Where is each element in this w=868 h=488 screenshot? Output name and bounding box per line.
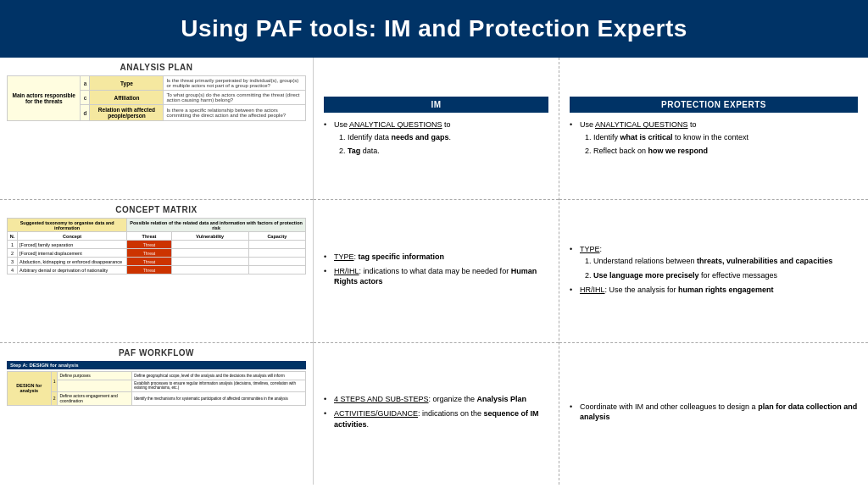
paf-workflow-title: PAF WORKFLOW [7, 348, 306, 358]
table-row: 1 [Forced] family separation Threat [8, 241, 306, 249]
row-d-question: Is there a specific relationship between… [164, 105, 306, 121]
row-d-label: Relation with affected people/person [90, 105, 164, 121]
analysis-plan-title: ANALYSIS PLAN [7, 63, 306, 72]
cm-header-right: Possible relation of the related data an… [127, 219, 306, 232]
cm-col-vuln: Vulnerability [171, 232, 248, 241]
pe-bullets-2: TYPE: Understand relations between threa… [570, 244, 858, 298]
row-a-question: Is the threat primarily perpetrated by i… [164, 76, 306, 91]
paf-num-1: 1 [51, 371, 58, 391]
pe-sub-list-1: Identify what is critical to know in the… [580, 132, 858, 157]
im-section-1: IM Use ANALYTICAL QUESTIONS to Identify … [314, 58, 559, 200]
list-item: TYPE: Understand relations between threa… [570, 244, 858, 281]
paf-design-label: DESIGN for analysis [8, 371, 52, 405]
list-item: ACTIVITIES/GUIDANCE: indications on the … [324, 408, 548, 430]
cm-col-cap: Capacity [248, 232, 305, 241]
underline-activities: ACTIVITIES/GUIDANCE [334, 409, 418, 418]
row-c-letter: c [81, 91, 90, 105]
cm-col-n: N. [8, 232, 18, 241]
concept-matrix-panel: CONCEPT MATRIX Suggested taxonomy to org… [0, 200, 313, 342]
im-header: IM [324, 97, 548, 113]
cm-header-left: Suggested taxonomy to organise data and … [8, 219, 127, 232]
cm-row-vuln [171, 258, 248, 266]
list-item: Identify what is critical to know in the… [593, 132, 858, 143]
cm-row-n: 1 [8, 241, 18, 249]
list-item: Tag data. [348, 146, 548, 157]
cm-row-cap [248, 258, 305, 266]
im-sub-list-1: Identify data needs and gaps. Tag data. [334, 132, 548, 157]
row-c-question: To what group(s) do the actors committin… [164, 91, 306, 105]
paf-item-1b: Establish processes to ensure regular in… [132, 380, 306, 391]
paf-sub-1b [58, 380, 132, 391]
middle-column: IM Use ANALYTICAL QUESTIONS to Identify … [314, 58, 559, 485]
im-section-2: TYPE: tag specific information HR/IHL: i… [314, 200, 559, 342]
cm-row-n: 2 [8, 249, 18, 258]
underline-steps: 4 STEPS AND SUB-STEPS [334, 395, 429, 403]
underline-aq: ANALYTICAL QUESTIONS [349, 120, 442, 129]
list-item: 4 STEPS AND SUB-STEPS: organize the Anal… [324, 394, 548, 405]
row-a-label: Type [90, 76, 164, 91]
list-item: TYPE: tag specific information [324, 252, 548, 263]
cm-col-threat: Threat [127, 232, 171, 241]
cm-row-vuln [171, 266, 248, 274]
right-column: PROTECTION EXPERTS Use ANALYTICAL QUESTI… [559, 58, 868, 485]
table-row: 4 Arbitrary denial or deprivation of nat… [8, 266, 306, 274]
cm-row-threat: Threat [127, 249, 171, 258]
list-item: Use ANALYTICAL QUESTIONS to Identify dat… [324, 119, 548, 157]
cm-row-concept: Arbitrary denial or deprivation of natio… [18, 266, 127, 274]
paf-num-2: 2 [51, 391, 58, 405]
cm-row-vuln [171, 249, 248, 258]
cm-row-concept: [Forced] family separation [18, 241, 127, 249]
pe-section-3: Coordinate with IM and other colleagues … [559, 343, 868, 485]
cm-row-threat: Threat [127, 266, 171, 274]
pe-bullets-1: Use ANALYTICAL QUESTIONS to Identify wha… [570, 119, 858, 160]
pe-section-2: TYPE: Understand relations between threa… [559, 200, 868, 342]
im-bullets-3: 4 STEPS AND SUB-STEPS: organize the Anal… [324, 394, 548, 433]
list-item: HR/IHL: Use the analysis for human right… [570, 285, 858, 296]
cm-row-cap [248, 266, 305, 274]
im-section-3: 4 STEPS AND SUB-STEPS: organize the Anal… [314, 343, 559, 485]
pe-header: PROTECTION EXPERTS [570, 97, 858, 113]
underline-hrihl-pe: HR/IHL [580, 286, 605, 294]
list-item: HR/IHL: indications to what data may be … [324, 266, 548, 287]
list-item: Use language more precisely for effectiv… [593, 270, 858, 281]
cm-row-threat: Threat [127, 241, 171, 249]
cm-row-cap [248, 249, 305, 258]
im-bullets-1: Use ANALYTICAL QUESTIONS to Identify dat… [324, 119, 548, 160]
list-item: Coordinate with IM and other colleagues … [570, 402, 858, 423]
underline-type-pe: TYPE [580, 245, 600, 253]
cm-col-concept: Concept [18, 232, 127, 241]
list-item: Use ANALYTICAL QUESTIONS to Identify wha… [570, 119, 858, 157]
underline-type: TYPE [334, 252, 354, 261]
table-row: 2 [Forced] internal displacement Threat [8, 249, 306, 258]
paf-workflow-panel: PAF WORKFLOW Step A: DESIGN for analysis… [0, 343, 313, 485]
list-item: Reflect back on how we respond [593, 146, 858, 157]
row-a-letter: a [81, 76, 90, 91]
underline-aq-pe: ANALYTICAL QUESTIONS [595, 120, 688, 129]
list-item: Identify data needs and gaps. [348, 132, 548, 143]
cm-row-threat: Threat [127, 258, 171, 266]
left-column: ANALYSIS PLAN Main actors responsible fo… [0, 58, 314, 485]
table-row: 3 Abduction, kidnapping or enforced disa… [8, 258, 306, 266]
paf-workflow-table: DESIGN for analysis 1 Define purposes De… [7, 371, 306, 406]
paf-step-header: Step A: DESIGN for analysis [7, 361, 306, 369]
list-item: Understand relations between threats, vu… [593, 256, 858, 267]
cm-row-vuln [171, 241, 248, 249]
cm-row-n: 4 [8, 266, 18, 274]
im-bullets-2: TYPE: tag specific information HR/IHL: i… [324, 252, 548, 291]
analysis-plan-table: Main actors responsible for the threats … [7, 75, 306, 121]
page-title: Using PAF tools: IM and Protection Exper… [0, 0, 868, 58]
underline-hrihl: HR/IHL [334, 267, 359, 275]
row-d-letter: d [81, 105, 90, 121]
paf-item-1a: Define geographical scope, level of the … [132, 371, 306, 380]
paf-sub-2: Define actors engagement and coordinatio… [58, 391, 132, 405]
pe-section-1: PROTECTION EXPERTS Use ANALYTICAL QUESTI… [559, 58, 868, 200]
cm-row-n: 3 [8, 258, 18, 266]
cm-row-cap [248, 241, 305, 249]
pe-bullets-3: Coordinate with IM and other colleagues … [570, 402, 858, 426]
concept-matrix-table: Suggested taxonomy to organise data and … [7, 218, 306, 274]
cm-row-concept: Abduction, kidnapping or enforced disapp… [18, 258, 127, 266]
pe-sub-list-2: Understand relations between threats, vu… [580, 256, 858, 280]
paf-item-2a: Identify the mechanisms for systematic p… [132, 391, 306, 405]
cm-row-concept: [Forced] internal displacement [18, 249, 127, 258]
paf-sub-1: Define purposes [58, 371, 132, 380]
